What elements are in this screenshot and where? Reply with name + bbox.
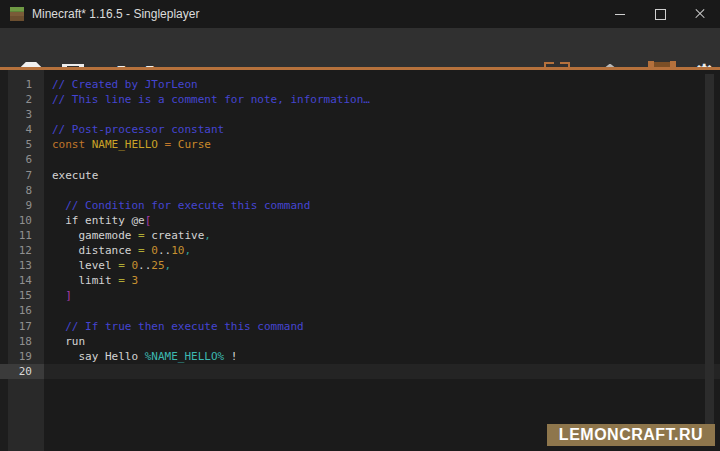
close-icon (694, 8, 706, 20)
code-line[interactable] (44, 183, 720, 198)
code-lines[interactable]: // Created by JTorLeon// This line is a … (44, 70, 720, 451)
code-line[interactable]: const NAME_HELLO = Curse (44, 137, 720, 152)
line-number: 5 (0, 137, 44, 152)
line-number: 10 (0, 213, 44, 228)
code-line[interactable] (44, 364, 720, 379)
line-number: 14 (0, 273, 44, 288)
code-line[interactable]: // This line is a comment for note, info… (44, 92, 720, 107)
line-number: 13 (0, 258, 44, 273)
code-line[interactable]: limit = 3 (44, 273, 720, 288)
code-line[interactable] (44, 152, 720, 167)
code-line[interactable]: level = 0..25, (44, 258, 720, 273)
code-line[interactable]: if entity @e[ (44, 213, 720, 228)
code-line[interactable]: execute (44, 168, 720, 183)
code-line[interactable]: // Condition for execute this command (44, 198, 720, 213)
code-line[interactable] (44, 303, 720, 318)
close-button[interactable] (680, 0, 720, 28)
line-number: 19 (0, 349, 44, 364)
gutter: 1234567891011121314151617181920 (0, 70, 44, 451)
code-line[interactable] (44, 107, 720, 122)
line-number: 11 (0, 228, 44, 243)
code-line[interactable]: say Hello %NAME_HELLO% ! (44, 349, 720, 364)
line-number: 12 (0, 243, 44, 258)
line-number: 15 (0, 288, 44, 303)
code-line[interactable]: run (44, 334, 720, 349)
window-controls (600, 0, 720, 28)
vertical-scrollbar[interactable] (705, 74, 714, 432)
minecraft-grass-block-icon (10, 7, 24, 21)
line-number: 8 (0, 183, 44, 198)
toolbar: ↺ ↻ ⚙ (0, 28, 720, 67)
code-line[interactable]: // Created by JTorLeon (44, 77, 720, 92)
code-line[interactable]: // If true then execute this command (44, 319, 720, 334)
code-line[interactable]: ] (44, 288, 720, 303)
maximize-button[interactable] (640, 0, 680, 28)
line-number: 9 (0, 198, 44, 213)
line-number: 3 (0, 107, 44, 122)
code-editor[interactable]: 1234567891011121314151617181920 // Creat… (0, 70, 720, 451)
code-line[interactable]: distance = 0..10, (44, 243, 720, 258)
line-number: 6 (0, 152, 44, 167)
code-line[interactable]: gamemode = creative, (44, 228, 720, 243)
window-title: Minecraft* 1.16.5 - Singleplayer (32, 7, 199, 21)
minimize-button[interactable] (600, 0, 640, 28)
line-number: 2 (0, 92, 44, 107)
line-number: 17 (0, 319, 44, 334)
line-number: 4 (0, 122, 44, 137)
watermark: LEMONCRAFT.RU (547, 424, 715, 446)
minecraft-editor-window: Minecraft* 1.16.5 - Singleplayer ↺ ↻ (0, 0, 720, 451)
line-number: 7 (0, 168, 44, 183)
line-number: 1 (0, 77, 44, 92)
minimize-icon (615, 14, 625, 15)
code-line[interactable]: // Post-processor constant (44, 122, 720, 137)
maximize-icon (655, 9, 666, 20)
line-number: 16 (0, 303, 44, 318)
line-number: 18 (0, 334, 44, 349)
titlebar: Minecraft* 1.16.5 - Singleplayer (0, 0, 720, 28)
line-number: 20 (0, 364, 44, 379)
